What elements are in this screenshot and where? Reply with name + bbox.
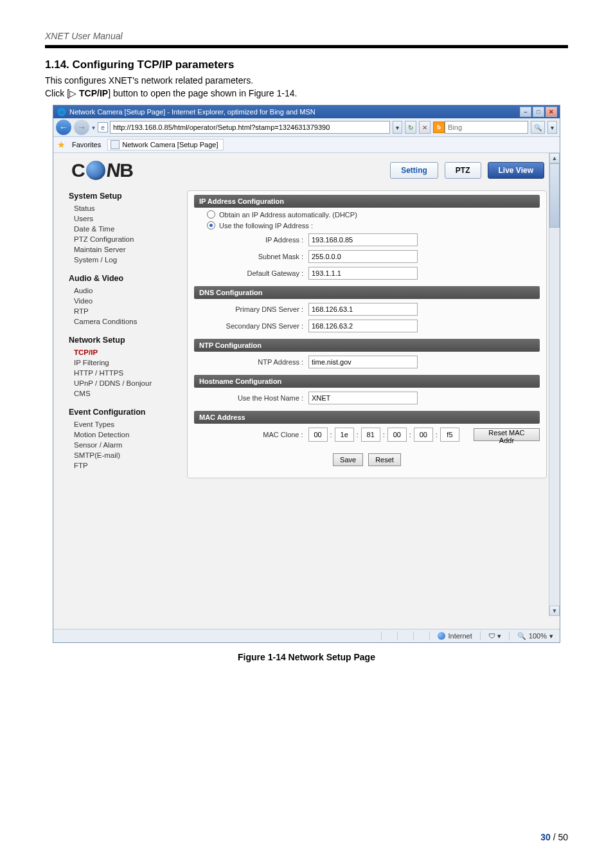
body-text-1: This configures XNET's network related p…: [45, 75, 568, 86]
divider: [45, 45, 568, 48]
sidebar-item-ftp[interactable]: FTP: [69, 460, 178, 471]
sidebar-item-ptzconfig[interactable]: PTZ Configuration: [69, 234, 178, 244]
section-mac: MAC Address: [194, 411, 540, 424]
search-input[interactable]: [445, 121, 528, 134]
stop-button[interactable]: ✕: [419, 121, 431, 134]
sidebar-item-camera[interactable]: Camera Conditions: [69, 316, 178, 327]
globe-icon: [86, 161, 105, 180]
nav-dropdown-icon[interactable]: ▾: [92, 124, 95, 131]
sidebar-group-network: Network Setup: [69, 336, 178, 345]
internet-zone-icon: [438, 632, 445, 640]
sidebar-item-systemlog[interactable]: System / Log: [69, 255, 178, 265]
mask-label: Subnet Mask :: [194, 253, 308, 260]
sidebar-item-cms[interactable]: CMS: [69, 388, 178, 399]
mac-oct-6[interactable]: [440, 428, 459, 442]
setting-button[interactable]: Setting: [390, 162, 438, 179]
go-dropdown[interactable]: ▾: [393, 121, 402, 134]
sidebar-item-status[interactable]: Status: [69, 203, 178, 213]
radio-static[interactable]: [207, 221, 215, 230]
address-bar[interactable]: [110, 121, 390, 134]
sidebar-group-av: Audio & Video: [69, 274, 178, 283]
sidebar-group-system: System Setup: [69, 192, 178, 201]
mask-input[interactable]: [308, 250, 418, 263]
radio-dhcp-label: Obtain an IP Address automatically. (DHC…: [219, 211, 357, 219]
nav-back-button[interactable]: ←: [56, 120, 71, 135]
mac-oct-5[interactable]: [414, 428, 433, 442]
window-minimize-button[interactable]: –: [520, 107, 531, 117]
mac-oct-1[interactable]: [308, 428, 328, 442]
reset-button[interactable]: Reset: [368, 453, 401, 466]
sidebar-item-rtp[interactable]: RTP: [69, 306, 178, 316]
browser-tab[interactable]: Network Camera [Setup Page]: [107, 139, 224, 150]
status-zone: Internet: [435, 632, 474, 640]
sidebar-item-datetime[interactable]: Date & Time: [69, 224, 178, 234]
sidebar-item-tcpip[interactable]: TCP/IP: [69, 347, 178, 357]
pdns-label: Primary DNS Server :: [194, 305, 308, 313]
window-maximize-button[interactable]: □: [533, 107, 544, 117]
tab-title: Network Camera [Setup Page]: [122, 141, 218, 149]
scroll-thumb[interactable]: [549, 163, 560, 228]
mac-label: MAC Clone :: [194, 431, 308, 439]
ip-label: IP Address :: [194, 236, 308, 244]
scroll-down-button[interactable]: ▼: [549, 606, 560, 616]
sidebar-item-maintain[interactable]: Maintain Server: [69, 244, 178, 255]
zoom-control[interactable]: 🔍 100% ▾: [515, 632, 556, 640]
tab-favicon: [111, 140, 120, 149]
section-hostname: Hostname Configuration: [194, 375, 540, 388]
ntp-input[interactable]: [308, 356, 418, 368]
sidebar-item-smtp[interactable]: SMTP(E-mail): [69, 450, 178, 460]
section-title: 1.14. Configuring TCP/IP parameters: [45, 59, 568, 71]
body-text-2: Click [▷ TCP/IP] button to open the page…: [45, 88, 568, 98]
save-button[interactable]: Save: [333, 453, 363, 466]
scroll-up-button[interactable]: ▲: [549, 153, 560, 163]
host-input[interactable]: [308, 392, 418, 404]
sdns-input[interactable]: [308, 320, 418, 332]
refresh-button[interactable]: ↻: [405, 121, 416, 134]
main-panel: IP Address Configuration Obtain an IP Ad…: [187, 190, 547, 478]
vertical-scrollbar[interactable]: ▲ ▼: [549, 153, 560, 616]
page-number: 30 / 50: [540, 832, 568, 842]
bing-icon: b: [433, 122, 445, 133]
sidebar-item-http[interactable]: HTTP / HTTPS: [69, 368, 178, 378]
section-ip-config: IP Address Configuration: [194, 195, 540, 208]
pdns-input[interactable]: [308, 303, 418, 316]
search-dropdown[interactable]: ▾: [547, 121, 557, 134]
page-icon: e: [98, 122, 108, 132]
cnb-logo: CNB: [71, 159, 133, 181]
ip-input[interactable]: [308, 233, 418, 246]
search-button[interactable]: 🔍: [531, 121, 545, 134]
section-dns: DNS Configuration: [194, 286, 540, 299]
protected-mode-icon[interactable]: 🛡 ▾: [486, 632, 504, 640]
radio-static-label: Use the following IP Address :: [219, 222, 313, 230]
sidebar-item-motion[interactable]: Motion Detection: [69, 429, 178, 440]
mac-oct-2[interactable]: [335, 428, 354, 442]
reset-mac-button[interactable]: Reset MAC Addr: [474, 428, 540, 441]
favorites-bar: ★ Favorites Network Camera [Setup Page]: [53, 137, 560, 153]
host-label: Use the Host Name :: [194, 394, 308, 402]
sidebar-group-event: Event Configuration: [69, 408, 178, 417]
window-close-button[interactable]: ✕: [546, 107, 557, 117]
nav-forward-button[interactable]: →: [74, 120, 89, 135]
gateway-input[interactable]: [308, 267, 418, 280]
sidebar-item-eventtypes[interactable]: Event Types: [69, 419, 178, 429]
figure-caption: Figure 1-14 Network Setup Page: [45, 652, 568, 662]
ntp-label: NTP Address :: [194, 358, 308, 366]
sidebar-item-ipfilter[interactable]: IP Filtering: [69, 357, 178, 368]
radio-dhcp[interactable]: [207, 210, 215, 219]
favorites-label: Favorites: [72, 141, 101, 149]
mac-oct-4[interactable]: [387, 428, 407, 442]
sidebar-item-upnp[interactable]: UPnP / DDNS / Bonjour: [69, 378, 178, 388]
sidebar-item-sensor[interactable]: Sensor / Alarm: [69, 440, 178, 450]
window-title: Network Camera [Setup Page] - Internet E…: [69, 108, 315, 116]
live-view-button[interactable]: Live View: [488, 162, 544, 179]
mac-oct-3[interactable]: [361, 428, 380, 442]
running-head: XNET User Manual: [45, 31, 568, 41]
nav-bar: ← → ▾ e ▾ ↻ ✕ b 🔍 ▾: [53, 118, 560, 137]
ptz-button[interactable]: PTZ: [445, 162, 481, 179]
sidebar-item-users[interactable]: Users: [69, 213, 178, 224]
gateway-label: Default Gateway :: [194, 269, 308, 277]
sidebar-item-video[interactable]: Video: [69, 296, 178, 306]
favorites-star-icon[interactable]: ★: [57, 140, 66, 150]
sidebar-item-audio[interactable]: Audio: [69, 285, 178, 296]
sidebar: System Setup Status Users Date & Time PT…: [69, 190, 178, 471]
